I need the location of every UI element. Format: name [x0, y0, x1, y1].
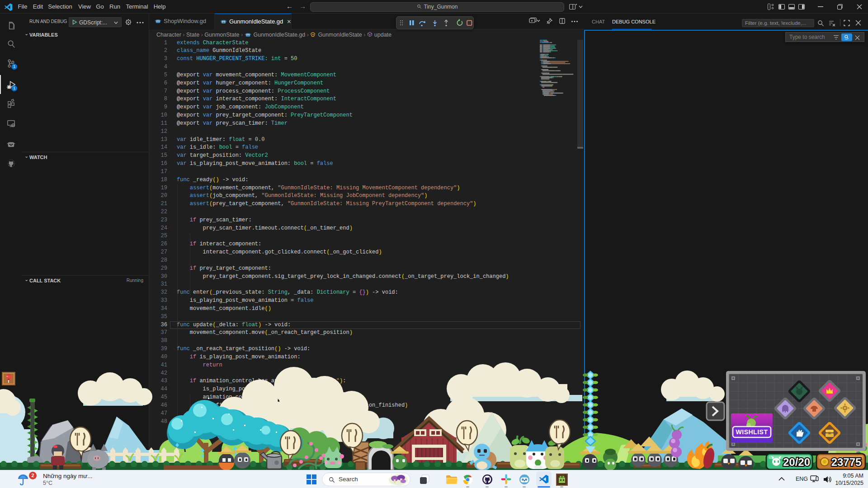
svg-text:23775: 23775 — [831, 456, 862, 468]
svg-text:WISHLIST: WISHLIST — [736, 428, 768, 436]
svg-text:20/20: 20/20 — [783, 456, 810, 468]
